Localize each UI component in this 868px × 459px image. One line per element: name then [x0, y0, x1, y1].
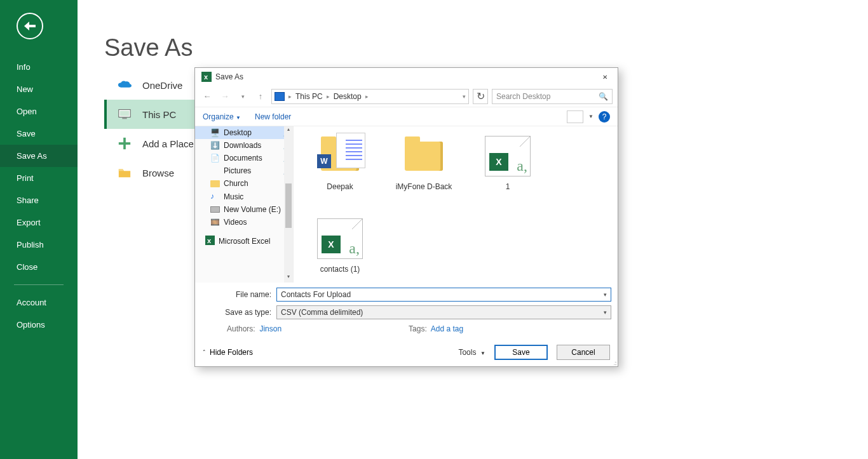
folder-word-icon: W — [321, 142, 359, 171]
add-place-icon — [117, 136, 132, 150]
dropdown-icon[interactable]: ▾ — [604, 309, 607, 316]
view-dropdown-icon[interactable]: ▼ — [588, 114, 593, 119]
menu-share[interactable]: Share — [0, 189, 78, 211]
back-button[interactable] — [17, 13, 43, 39]
desktop-icon: 🖥️ — [210, 128, 220, 137]
chevron-right-icon: ▸ — [365, 93, 369, 100]
drive-icon — [210, 206, 220, 213]
save-button[interactable]: Save — [494, 345, 548, 360]
organize-menu[interactable]: Organize ▼ — [203, 112, 241, 121]
svg-rect-4 — [119, 142, 130, 145]
excel-app-icon: x — [201, 72, 212, 82]
csv-file-icon: Xa, — [317, 218, 363, 259]
scroll-down-icon[interactable]: ▾ — [284, 274, 293, 283]
scroll-up-icon[interactable]: ▴ — [284, 126, 293, 135]
dialog-nav: ← → ▾ ↑ ▸ This PC ▸ Desktop ▸ ▾ ↻ Search… — [195, 86, 618, 107]
dialog-close-button[interactable]: ✕ — [599, 71, 611, 83]
dialog-form: File name: Contacts For Upload▾ Save as … — [195, 283, 618, 338]
nav-history-dropdown[interactable]: ▾ — [236, 90, 250, 103]
dialog-titlebar: x Save As ✕ — [195, 68, 618, 86]
filename-input[interactable]: Contacts For Upload▾ — [276, 288, 611, 302]
svg-text:x: x — [207, 237, 212, 244]
breadcrumb-desktop[interactable]: Desktop — [334, 92, 362, 101]
location-onedrive-label: OneDrive — [142, 80, 182, 91]
search-placeholder: Search Desktop — [496, 92, 550, 101]
nav-up-button[interactable]: ↑ — [254, 90, 268, 103]
tree-item-videos[interactable]: 🎞️Videos — [195, 216, 293, 229]
location-add-place-label: Add a Place — [142, 138, 194, 149]
tree-scrollbar[interactable]: ▴ ▾ — [284, 126, 293, 283]
dropdown-icon[interactable]: ▾ — [604, 291, 607, 298]
location-browse-label: Browse — [142, 168, 174, 178]
csv-file-icon: Xa, — [485, 136, 531, 176]
file-pane[interactable]: W Deepak iMyFone D-Back Xa, 1 Xa, contac… — [294, 126, 618, 283]
menu-publish[interactable]: Publish — [0, 234, 78, 256]
breadcrumb-bar[interactable]: ▸ This PC ▸ Desktop ▸ ▾ — [271, 89, 469, 104]
authors-value[interactable]: Jinson — [259, 324, 281, 333]
tree-item-church[interactable]: Church — [195, 177, 293, 190]
tree-item-documents[interactable]: 📄Documents📌 — [195, 152, 293, 164]
file-item-deepak[interactable]: W Deepak — [306, 134, 374, 191]
dialog-title: Save As — [215, 72, 243, 81]
menu-open[interactable]: Open — [0, 100, 78, 123]
new-folder-button[interactable]: New folder — [255, 112, 291, 121]
file-item-contacts1[interactable]: Xa, contacts (1) — [306, 216, 374, 274]
tags-value[interactable]: Add a tag — [431, 324, 463, 333]
nav-back-button[interactable]: ← — [200, 90, 214, 103]
menu-new[interactable]: New — [0, 78, 78, 100]
file-label: 1 — [474, 182, 541, 191]
menu-save[interactable]: Save — [0, 123, 78, 145]
menu-export[interactable]: Export — [0, 211, 78, 234]
menu-save-as[interactable]: Save As — [0, 145, 78, 167]
authors-label: Authors: — [227, 324, 255, 333]
file-item-imyfone[interactable]: iMyFone D-Back — [390, 134, 458, 191]
search-icon: 🔍 — [599, 92, 608, 101]
menu-info[interactable]: Info — [0, 56, 78, 78]
tree-item-music[interactable]: Music — [195, 190, 293, 203]
tree-item-new-volume[interactable]: New Volume (E:) — [195, 203, 293, 216]
tree-item-excel[interactable]: x Microsoft Excel — [195, 234, 293, 249]
breadcrumb-dropdown-icon[interactable]: ▾ — [463, 93, 466, 100]
file-label: Deepak — [306, 182, 374, 191]
tree-item-downloads[interactable]: ⬇️Downloads📌 — [195, 139, 293, 152]
download-icon: ⬇️ — [210, 141, 220, 150]
help-button[interactable]: ? — [599, 111, 610, 123]
chevron-right-icon: ▸ — [327, 93, 330, 100]
svg-rect-2 — [122, 118, 126, 119]
save-type-select[interactable]: CSV (Comma delimited)▾ — [276, 305, 611, 319]
tree-item-pictures[interactable]: Pictures📌 — [195, 164, 293, 177]
scroll-thumb[interactable] — [285, 183, 292, 228]
search-input[interactable]: Search Desktop 🔍 — [492, 89, 613, 104]
menu-print[interactable]: Print — [0, 167, 78, 189]
menu-close[interactable]: Close — [0, 256, 78, 278]
tree-item-desktop[interactable]: 🖥️Desktop📌 — [195, 126, 293, 139]
music-icon — [210, 192, 220, 201]
documents-icon: 📄 — [210, 154, 220, 163]
chevron-up-icon: ˄ — [203, 349, 206, 356]
hide-folders-toggle[interactable]: ˄ Hide Folders — [203, 348, 253, 357]
resize-grip-icon[interactable]: .:: — [613, 360, 616, 366]
menu-options[interactable]: Options — [0, 314, 78, 336]
save-type-label: Save as type: — [201, 308, 271, 317]
breadcrumb-drive-icon — [275, 92, 285, 101]
sidebar-divider — [14, 284, 64, 285]
svg-text:x: x — [204, 73, 208, 81]
filename-label: File name: — [201, 290, 271, 299]
file-item-1[interactable]: Xa, 1 — [474, 134, 541, 191]
refresh-button[interactable]: ↻ — [473, 89, 488, 104]
cancel-button[interactable]: Cancel — [557, 345, 610, 360]
backstage-sidebar: Info New Open Save Save As Print Share E… — [0, 0, 78, 459]
page-title: Save As — [104, 34, 868, 62]
location-this-pc-label: This PC — [142, 109, 176, 120]
nav-forward-button[interactable]: → — [218, 90, 232, 103]
onedrive-icon — [117, 78, 132, 92]
tools-menu[interactable]: Tools ▼ — [458, 348, 485, 357]
file-label: contacts (1) — [306, 265, 374, 274]
menu-account[interactable]: Account — [0, 291, 78, 314]
save-as-dialog: x Save As ✕ ← → ▾ ↑ ▸ This PC ▸ Desktop … — [194, 67, 618, 367]
folder-icon — [405, 142, 443, 171]
view-mode-picker[interactable] — [567, 110, 583, 123]
file-label: iMyFone D-Back — [390, 182, 458, 191]
browse-folder-icon — [117, 166, 132, 180]
breadcrumb-this-pc[interactable]: This PC — [295, 92, 323, 101]
